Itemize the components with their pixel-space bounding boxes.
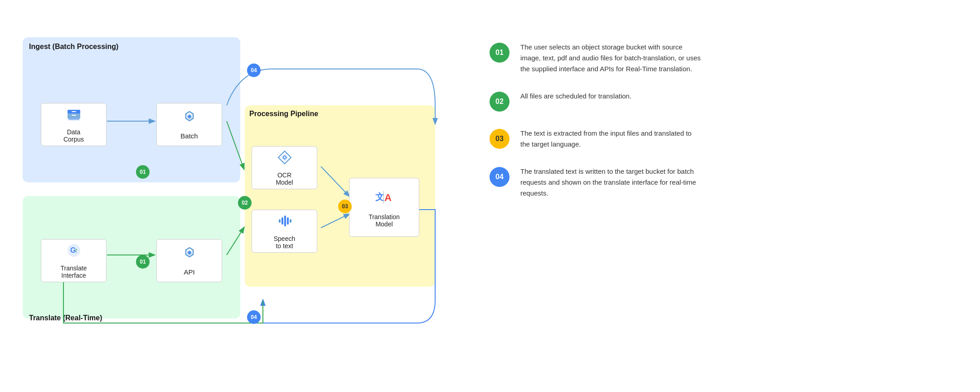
data-corpus-icon: [66, 106, 82, 126]
translate-interface-label: Translate Interface: [61, 265, 87, 279]
legend-item-4: 04 The translated text is written to the…: [490, 166, 962, 199]
api-icon: [181, 246, 198, 265]
api-box: API: [156, 239, 222, 282]
ingest-label: Ingest (Batch Processing): [29, 43, 118, 51]
svg-rect-9: [72, 115, 76, 116]
circle-04-bottom: 04: [247, 310, 261, 324]
speech-to-text-icon: [277, 213, 293, 232]
svg-rect-27: [287, 217, 289, 225]
api-label: API: [184, 268, 194, 276]
translate-interface-icon: G T: [66, 242, 82, 262]
legend-circle-2: 02: [490, 92, 509, 112]
translate-interface-box: G T Translate Interface: [41, 239, 107, 282]
legend-text-3: The text is extracted from the input fil…: [520, 128, 702, 150]
svg-rect-24: [279, 219, 281, 223]
svg-point-23: [283, 156, 286, 159]
pipeline-label: Processing Pipeline: [249, 110, 318, 118]
main-container: Ingest (Batch Processing) Translate (Rea…: [18, 33, 962, 359]
translation-model-icon: 文 A: [374, 187, 394, 211]
legend-circle-4: 04: [490, 167, 509, 187]
translate-label: Translate (Real-Time): [29, 314, 102, 322]
translation-model-box: 文 A Translation Model: [349, 178, 419, 237]
diagram-canvas: Ingest (Batch Processing) Translate (Rea…: [18, 33, 462, 359]
legend-text-1: The user selects an object storage bucke…: [520, 42, 702, 74]
batch-box: Batch: [156, 103, 222, 146]
circle-01-translate: 01: [136, 255, 150, 269]
legend-text-2: All files are scheduled for translation.: [520, 91, 631, 102]
svg-rect-28: [290, 219, 291, 223]
svg-point-13: [188, 115, 191, 118]
legend-item-2: 02 All files are scheduled for translati…: [490, 91, 962, 112]
translation-model-label: Translation Model: [369, 213, 400, 228]
legend-text-4: The translated text is written to the ta…: [520, 166, 702, 199]
ocr-model-icon: [277, 149, 293, 169]
circle-03: 03: [338, 200, 352, 213]
legend-item-3: 03 The text is extracted from the input …: [490, 128, 962, 150]
legend-circle-3: 03: [490, 129, 509, 149]
svg-point-19: [188, 251, 191, 254]
circle-01-ingest: 01: [136, 165, 150, 179]
batch-label: Batch: [180, 132, 198, 140]
circle-04-top: 04: [247, 64, 261, 77]
batch-icon: [181, 110, 198, 129]
svg-rect-25: [281, 217, 283, 225]
svg-text:A: A: [384, 192, 392, 203]
svg-text:T: T: [75, 249, 78, 254]
ocr-model-box: OCR Model: [252, 146, 317, 189]
legend-circle-1: 01: [490, 43, 509, 63]
data-corpus-box: Data Corpus: [41, 103, 107, 146]
svg-rect-26: [284, 216, 286, 226]
svg-text:文: 文: [375, 192, 384, 202]
speech-to-text-label: Speech to text: [274, 235, 295, 250]
ocr-model-label: OCR Model: [276, 172, 293, 186]
svg-rect-8: [72, 111, 76, 112]
speech-to-text-box: Speech to text: [252, 210, 317, 253]
svg-rect-10: [68, 119, 79, 120]
legend: 01 The user selects an object storage bu…: [490, 33, 962, 199]
legend-item-1: 01 The user selects an object storage bu…: [490, 42, 962, 74]
circle-02: 02: [238, 196, 252, 210]
data-corpus-label: Data Corpus: [63, 128, 84, 143]
